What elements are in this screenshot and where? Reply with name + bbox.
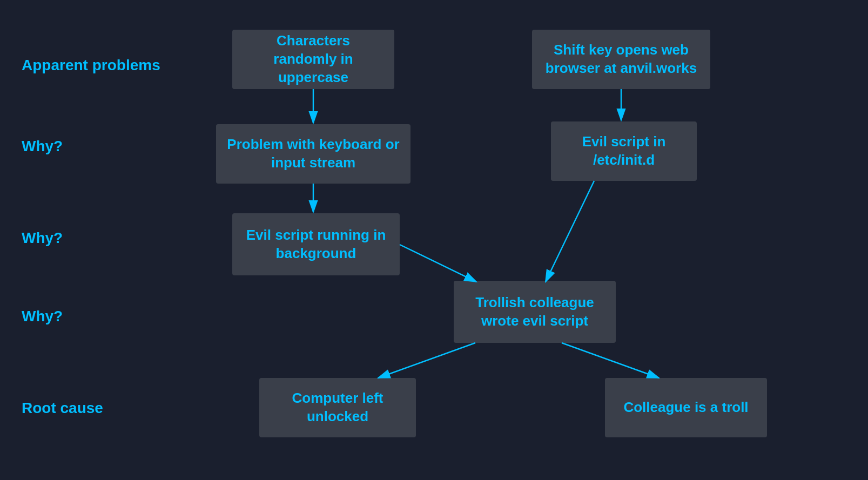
svg-line-7 xyxy=(562,343,659,378)
node-trollish-colleague: Trollish colleague wrote evil script xyxy=(454,281,616,343)
node-evil-script-init: Evil script in /etc/init.d xyxy=(551,121,697,181)
node-evil-script-bg: Evil script running in background xyxy=(232,213,400,275)
label-root-cause: Root cause xyxy=(22,400,103,417)
node-shift-key: Shift key opens web browser at anvil.wor… xyxy=(532,30,710,89)
label-why3: Why? xyxy=(22,308,63,325)
node-colleague-troll: Colleague is a troll xyxy=(605,378,767,437)
svg-line-5 xyxy=(546,181,594,282)
node-computer-unlocked: Computer left unlocked xyxy=(259,378,416,437)
svg-line-4 xyxy=(400,245,476,282)
node-keyboard-problem: Problem with keyboard or input stream xyxy=(216,124,411,184)
label-apparent-problems: Apparent problems xyxy=(22,57,160,74)
label-why1: Why? xyxy=(22,138,63,155)
label-why2: Why? xyxy=(22,229,63,247)
svg-line-6 xyxy=(378,343,475,378)
diagram-container: Apparent problems Why? Why? Why? Root ca… xyxy=(0,0,868,480)
node-chars-uppercase: Characters randomly in uppercase xyxy=(232,30,394,89)
